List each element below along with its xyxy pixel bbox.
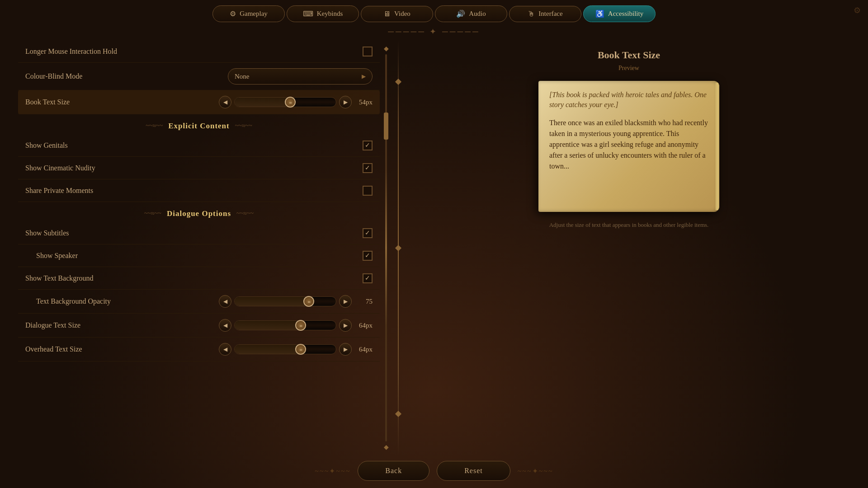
dialogue-text-size-track[interactable] bbox=[234, 320, 336, 330]
overhead-text-size-slider-container: ◀ ▶ 64px bbox=[219, 343, 373, 356]
overhead-text-size-number: 64 bbox=[359, 346, 366, 353]
overhead-text-size-decrease[interactable]: ◀ bbox=[219, 343, 231, 356]
scroll-thumb[interactable] bbox=[384, 113, 388, 140]
tab-accessibility[interactable]: ♿ Accessibility bbox=[583, 5, 656, 22]
dialogue-text-size-fill bbox=[235, 321, 301, 330]
book-text-size-fill bbox=[235, 98, 290, 107]
show-subtitles-label: Show Subtitles bbox=[25, 229, 69, 237]
dialogue-options-title: Dialogue Options bbox=[167, 209, 231, 218]
tab-keybinds[interactable]: ⌨ Keybinds bbox=[287, 5, 359, 22]
overhead-text-size-track[interactable] bbox=[234, 344, 336, 354]
preview-subtitle: Preview bbox=[618, 65, 639, 72]
show-text-background-checkbox[interactable] bbox=[363, 273, 373, 283]
tab-gameplay[interactable]: ⚙ Gameplay bbox=[212, 5, 285, 22]
text-bg-opacity-track[interactable] bbox=[234, 296, 336, 306]
tab-interface[interactable]: 🖱 Interface bbox=[509, 6, 581, 22]
audio-icon: 🔊 bbox=[456, 9, 465, 18]
share-private-moments-row: Share Private Moments bbox=[18, 179, 380, 202]
dialogue-text-size-unit: px bbox=[366, 322, 373, 329]
dialogue-options-header: ~~≈~~ Dialogue Options ~~≈~~ bbox=[18, 202, 380, 222]
settings-panel: Longer Mouse Interaction Hold Colour-Bli… bbox=[18, 40, 389, 455]
top-navigation: ⚙ Gameplay ⌨ Keybinds 🖥 Video 🔊 Audio 🖱 … bbox=[0, 0, 868, 26]
reset-button[interactable]: Reset bbox=[437, 461, 510, 481]
explicit-ornament-left: ~~≈~~ bbox=[146, 122, 163, 130]
overhead-text-size-row: Overhead Text Size ◀ ▶ 64px bbox=[18, 338, 380, 361]
book-text-size-decrease[interactable]: ◀ bbox=[219, 96, 231, 108]
vertical-separator bbox=[398, 40, 399, 455]
explicit-ornament-right: ~~≈~~ bbox=[235, 122, 252, 130]
book-text-normal: There once was an exiled blacksmith who … bbox=[549, 117, 708, 172]
tab-interface-label: Interface bbox=[538, 10, 562, 18]
bottom-ornament-right: ~~~✦~~~ bbox=[518, 467, 553, 475]
tab-accessibility-label: Accessibility bbox=[608, 10, 643, 18]
bottom-ornament-left: ~~~✦~~~ bbox=[315, 467, 350, 475]
sep-diamond-bottom bbox=[395, 411, 401, 417]
interface-icon: 🖱 bbox=[528, 10, 535, 18]
scroll-down-arrow[interactable]: ◆ bbox=[384, 443, 389, 451]
text-bg-opacity-fill bbox=[235, 297, 309, 306]
video-icon: 🖥 bbox=[383, 10, 391, 18]
dropdown-arrow-icon: ▶ bbox=[362, 73, 366, 80]
book-preview: [This book is packed with heroic tales a… bbox=[538, 81, 719, 212]
dialogue-text-size-increase[interactable]: ▶ bbox=[339, 319, 352, 332]
show-genitals-checkbox[interactable] bbox=[363, 141, 373, 150]
book-text-size-track[interactable] bbox=[234, 97, 336, 107]
book-text-size-number: 54 bbox=[359, 99, 366, 106]
text-bg-opacity-label: Text Background Opacity bbox=[36, 297, 111, 305]
text-bg-opacity-decrease[interactable]: ◀ bbox=[219, 295, 231, 308]
longer-mouse-checkbox[interactable] bbox=[363, 47, 373, 56]
preview-description: Adjust the size of text that appears in … bbox=[549, 221, 709, 229]
show-text-background-row: Show Text Background bbox=[18, 267, 380, 290]
keybinds-icon: ⌨ bbox=[303, 9, 313, 18]
show-speaker-row: Show Speaker bbox=[18, 244, 380, 267]
show-subtitles-checkbox[interactable] bbox=[363, 228, 373, 238]
share-private-moments-checkbox[interactable] bbox=[363, 186, 373, 196]
show-cinematic-nudity-checkbox[interactable] bbox=[363, 163, 373, 173]
sep-diamond-mid bbox=[395, 244, 401, 251]
book-text-size-value: 54px bbox=[354, 99, 373, 106]
book-pages-effect bbox=[716, 83, 719, 210]
explicit-content-title: Explicit Content bbox=[168, 122, 229, 131]
colour-blind-label: Colour-Blind Mode bbox=[25, 72, 82, 80]
text-bg-opacity-row: Text Background Opacity ◀ ▶ 75 bbox=[18, 290, 380, 314]
overhead-text-size-fill bbox=[235, 345, 301, 354]
dialogue-text-size-number: 64 bbox=[359, 322, 366, 329]
colour-blind-dropdown[interactable]: None ▶ bbox=[228, 68, 373, 84]
preview-title: Book Text Size bbox=[598, 49, 660, 61]
show-cinematic-nudity-label: Show Cinematic Nudity bbox=[25, 164, 95, 172]
text-bg-opacity-increase[interactable]: ▶ bbox=[339, 295, 352, 308]
scroll-up-arrow[interactable]: ◆ bbox=[384, 45, 389, 52]
gameplay-icon: ⚙ bbox=[230, 9, 236, 18]
overhead-text-size-increase[interactable]: ▶ bbox=[339, 343, 352, 356]
tab-audio-label: Audio bbox=[469, 10, 486, 18]
book-text-size-row: Book Text Size ◀ ▶ 54px bbox=[18, 90, 380, 114]
show-subtitles-row: Show Subtitles bbox=[18, 222, 380, 244]
longer-mouse-row: Longer Mouse Interaction Hold bbox=[18, 40, 380, 63]
tab-audio[interactable]: 🔊 Audio bbox=[435, 5, 507, 22]
text-bg-opacity-slider-container: ◀ ▶ 75 bbox=[219, 295, 373, 308]
text-bg-opacity-handle[interactable] bbox=[303, 296, 314, 307]
scroll-bar[interactable] bbox=[385, 54, 387, 441]
show-genitals-label: Show Genitals bbox=[25, 141, 68, 150]
back-button[interactable]: Back bbox=[358, 461, 429, 481]
show-speaker-label: Show Speaker bbox=[36, 252, 78, 260]
dialogue-text-size-handle[interactable] bbox=[295, 320, 306, 331]
header-divider: ───── ✦ ───── bbox=[0, 27, 868, 37]
text-bg-opacity-value: 75 bbox=[354, 298, 373, 305]
book-text-size-handle[interactable] bbox=[285, 97, 296, 108]
bottom-bar: ~~~✦~~~ Back Reset ~~~✦~~~ bbox=[0, 455, 868, 488]
dialogue-text-size-decrease[interactable]: ◀ bbox=[219, 319, 231, 332]
book-text-size-slider-container: ◀ ▶ 54px bbox=[219, 96, 373, 108]
show-cinematic-nudity-row: Show Cinematic Nudity bbox=[18, 157, 380, 179]
dialogue-text-size-row: Dialogue Text Size ◀ ▶ 64px bbox=[18, 314, 380, 338]
dialogue-ornament-right: ~~≈~~ bbox=[236, 210, 254, 217]
scroll-track[interactable]: ◆ ◆ bbox=[383, 40, 389, 455]
dialogue-text-size-slider-container: ◀ ▶ 64px bbox=[219, 319, 373, 332]
tab-video-label: Video bbox=[394, 10, 410, 18]
overhead-text-size-handle[interactable] bbox=[295, 344, 306, 355]
tab-video[interactable]: 🖥 Video bbox=[361, 6, 433, 22]
book-text-size-increase[interactable]: ▶ bbox=[339, 96, 352, 108]
show-speaker-checkbox[interactable] bbox=[363, 251, 373, 261]
show-genitals-row: Show Genitals bbox=[18, 134, 380, 157]
book-text-italic: [This book is packed with heroic tales a… bbox=[549, 90, 708, 110]
